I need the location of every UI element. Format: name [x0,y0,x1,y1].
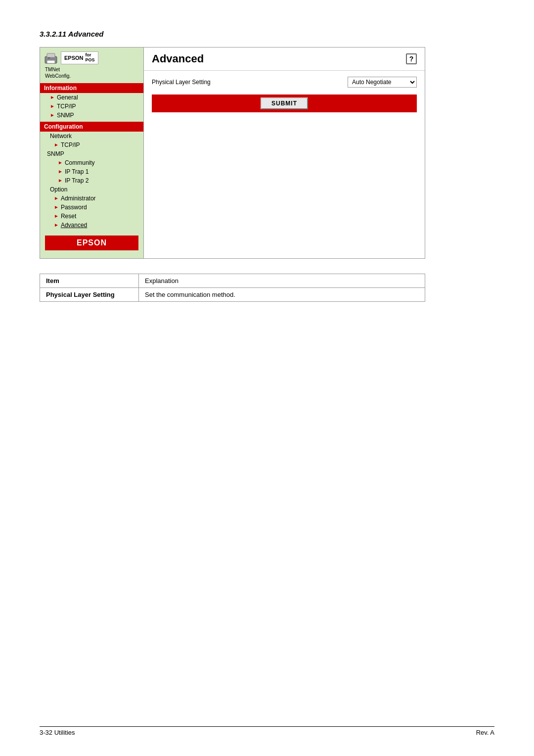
pos-text: POS [86,58,95,63]
physical-layer-label: Physical Layer Setting [152,79,211,86]
main-title: Advanced [152,52,204,65]
sidebar-label-ip-trap-1: IP Trap 1 [65,168,89,175]
arrow-icon-snmp-info: ► [50,112,55,118]
arrow-icon-advanced: ► [54,222,59,228]
info-table: Item Explanation Physical Layer Setting … [40,274,425,302]
sidebar-label-reset: Reset [61,213,76,220]
sidebar-item-reset[interactable]: ► Reset [40,212,143,221]
main-body: Physical Layer Setting Auto Negotiate 10… [144,71,425,118]
sidebar-label-tcpip-info: TCP/IP [57,103,76,110]
sidebar-label-tcpip-config: TCP/IP [61,142,80,148]
sidebar-label-password: Password [61,204,87,211]
sidebar-item-option[interactable]: Option [40,185,143,194]
sidebar-label-ip-trap-2: IP Trap 2 [65,177,89,184]
table-cell-item: Physical Layer Setting [40,287,139,301]
sidebar-item-network[interactable]: Network [40,132,143,141]
sidebar-item-snmp-info[interactable]: ► SNMP [40,111,143,120]
physical-layer-select[interactable]: Auto Negotiate 10Base Half 10Base Full 1… [348,77,417,88]
submit-row: SUBMIT [152,94,417,112]
arrow-icon-ip-trap-2: ► [58,178,63,183]
sidebar-label-administrator: Administrator [61,195,96,202]
arrow-icon-reset: ► [54,213,59,219]
main-header: Advanced ? [144,47,425,71]
table-header-item: Item [40,274,139,287]
arrow-icon-general: ► [50,94,55,100]
printer-icon [43,51,59,65]
sidebar-item-general[interactable]: ► General [40,93,143,102]
arrow-icon-ip-trap-1: ► [58,169,63,174]
sidebar-item-snmp-config[interactable]: SNMP [40,149,143,158]
configuration-header: Configuration [40,122,143,132]
ui-window: EPSON for POS TMNet WebConfig. Informati… [40,47,425,259]
sidebar-item-administrator[interactable]: ► Administrator [40,194,143,203]
section-title: 3.3.2.11 Advanced [40,30,494,38]
arrow-icon-password: ► [54,204,59,210]
svg-rect-1 [47,53,55,57]
main-content: Advanced ? Physical Layer Setting Auto N… [144,47,425,258]
sidebar-label-snmp-config: SNMP [47,150,64,157]
sidebar-item-tcpip-info[interactable]: ► TCP/IP [40,102,143,111]
sidebar-label-advanced: Advanced [61,222,87,229]
sidebar-label-snmp-info: SNMP [57,112,74,119]
physical-layer-row: Physical Layer Setting Auto Negotiate 10… [152,77,417,88]
epson-text: EPSON [64,55,84,61]
arrow-icon-tcpip-config: ► [54,142,59,147]
svg-rect-3 [48,57,50,58]
sidebar-item-tcpip-config[interactable]: ► TCP/IP [40,141,143,149]
sidebar-label-network: Network [50,133,72,140]
arrow-icon-tcpip-info: ► [50,103,55,109]
svg-rect-2 [47,60,55,63]
sidebar-logo-area: EPSON for POS TMNet WebConfig. [40,47,143,81]
information-header: Information [40,83,143,93]
epson-bottom-logo: EPSON [45,236,138,250]
footer-right: Rev. A [476,729,494,736]
sidebar-item-ip-trap-2[interactable]: ► IP Trap 2 [40,176,143,185]
tmnet-label: TMNet WebConfig. [43,66,71,79]
arrow-icon-community: ► [58,160,63,165]
sidebar: EPSON for POS TMNet WebConfig. Informati… [40,47,144,258]
table-cell-explanation: Set the communication method. [139,287,425,301]
page-footer: 3-32 Utilities Rev. A [40,726,494,736]
sidebar-item-password[interactable]: ► Password [40,203,143,212]
sidebar-item-advanced[interactable]: ► Advanced [40,221,143,230]
footer-left: 3-32 Utilities [40,729,75,736]
arrow-icon-administrator: ► [54,195,59,201]
sidebar-label-community: Community [65,159,95,166]
sidebar-item-ip-trap-1[interactable]: ► IP Trap 1 [40,167,143,176]
table-row: Physical Layer Setting Set the communica… [40,287,425,301]
sidebar-label-general: General [57,94,78,101]
submit-button[interactable]: SUBMIT [261,97,308,109]
table-header-explanation: Explanation [139,274,425,287]
help-button[interactable]: ? [406,53,417,64]
sidebar-item-community[interactable]: ► Community [40,158,143,167]
sidebar-label-option: Option [50,186,67,193]
epson-logo-box: EPSON for POS [61,51,98,64]
